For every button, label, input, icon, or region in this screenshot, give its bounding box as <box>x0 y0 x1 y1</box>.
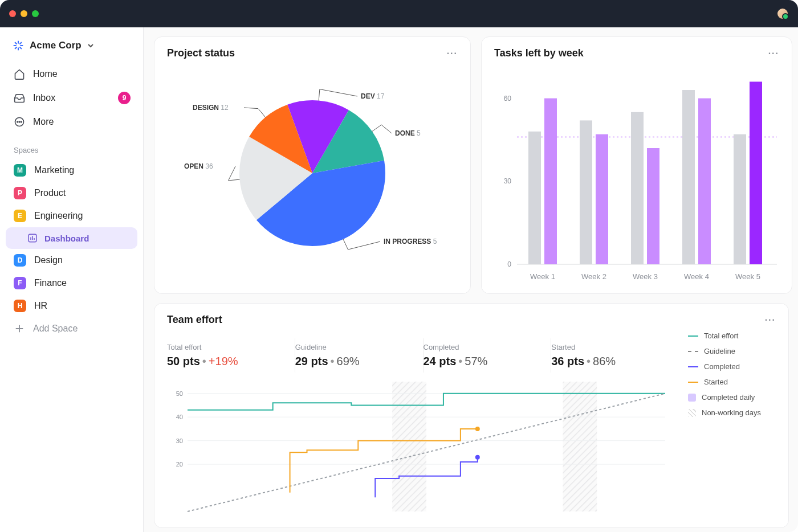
svg-text:60: 60 <box>504 95 512 103</box>
svg-point-42 <box>475 455 480 460</box>
legend-item: Guideline <box>688 347 776 355</box>
svg-rect-18 <box>580 120 592 264</box>
card-title: Team effort <box>167 314 222 326</box>
svg-rect-32 <box>392 382 426 511</box>
space-label: Product <box>34 188 66 198</box>
svg-rect-33 <box>563 382 597 511</box>
space-icon: P <box>14 187 26 199</box>
card-more-button[interactable]: ··· <box>765 315 776 325</box>
workspace-icon <box>13 40 24 51</box>
space-item-engineering[interactable]: EEngineering <box>6 204 137 227</box>
card-title: Project status <box>167 47 235 59</box>
dashboard-icon <box>27 233 38 243</box>
main-content: Project status ··· DEV 17DONE 5IN PROGRE… <box>144 27 798 532</box>
svg-point-43 <box>475 427 480 431</box>
space-icon: D <box>14 254 26 267</box>
spaces-heading: Spaces <box>6 133 137 159</box>
svg-text:IN PROGRESS 5: IN PROGRESS 5 <box>384 238 437 245</box>
traffic-lights <box>9 10 39 17</box>
kpi-label: Started <box>551 343 669 351</box>
team-effort-legend: Total effort Guideline Completed Started… <box>679 332 776 517</box>
card-title: Tasks left by week <box>494 47 584 59</box>
legend-item: Completed daily <box>688 393 776 402</box>
sidebar: Acme Corp Home Inbox 9 More Spaces <box>0 27 144 532</box>
home-icon <box>14 68 25 80</box>
svg-text:Week 2: Week 2 <box>581 272 606 281</box>
svg-text:DONE 5: DONE 5 <box>395 129 421 137</box>
kpi: Completed24 pts•57% <box>424 338 552 373</box>
minimize-window-button[interactable] <box>21 10 27 17</box>
nav-more[interactable]: More <box>6 111 137 133</box>
subentry-label: Dashboard <box>44 234 89 243</box>
svg-text:Week 4: Week 4 <box>684 272 709 281</box>
more-icon <box>14 116 25 128</box>
svg-rect-19 <box>596 134 608 264</box>
space-item-product[interactable]: PProduct <box>6 182 137 204</box>
svg-text:DEV 17: DEV 17 <box>361 92 385 100</box>
kpi: Guideline29 pts•69% <box>295 338 424 373</box>
svg-point-3 <box>21 121 22 122</box>
space-item-design[interactable]: DDesign <box>6 249 137 272</box>
space-icon: F <box>14 277 26 289</box>
add-space-button[interactable]: Add Space <box>6 317 137 340</box>
kpi: Started36 pts•86% <box>551 338 679 373</box>
svg-text:30: 30 <box>176 437 183 444</box>
svg-rect-28 <box>750 81 762 264</box>
svg-text:30: 30 <box>504 177 512 185</box>
inbox-badge: 9 <box>118 92 131 104</box>
svg-point-1 <box>17 121 18 122</box>
svg-text:20: 20 <box>176 461 183 468</box>
team-effort-chart: 20304050 <box>167 378 669 515</box>
kpi-label: Total effort <box>167 343 284 351</box>
kpi-value: 24 pts•57% <box>424 355 541 368</box>
kpi-value: 50 pts•+19% <box>167 355 284 368</box>
legend-item: Total effort <box>688 332 776 340</box>
svg-text:40: 40 <box>176 414 183 420</box>
svg-rect-15 <box>528 132 541 264</box>
kpi-label: Guideline <box>295 343 413 351</box>
svg-rect-21 <box>631 112 644 264</box>
space-label: Design <box>34 255 63 265</box>
svg-text:DESIGN 12: DESIGN 12 <box>193 104 229 112</box>
svg-rect-16 <box>544 99 557 264</box>
nav-label: Home <box>33 69 58 79</box>
space-label: Finance <box>34 278 67 288</box>
tasks-left-card: Tasks left by week ··· 03060Week 1Week 2… <box>481 36 792 294</box>
kpi-label: Completed <box>424 343 541 351</box>
space-icon: M <box>14 164 26 177</box>
card-more-button[interactable]: ··· <box>447 48 458 59</box>
legend-item: Started <box>688 378 776 386</box>
space-item-finance[interactable]: FFinance <box>6 272 137 294</box>
svg-text:Week 5: Week 5 <box>735 272 760 281</box>
close-window-button[interactable] <box>9 10 16 17</box>
maximize-window-button[interactable] <box>32 10 39 17</box>
space-label: HR <box>34 301 47 311</box>
space-icon: H <box>14 300 26 312</box>
svg-rect-27 <box>734 134 746 264</box>
svg-rect-25 <box>698 99 711 264</box>
space-subentry-dashboard[interactable]: Dashboard <box>6 227 137 249</box>
space-item-hr[interactable]: HHR <box>6 294 137 317</box>
nav-label: More <box>33 117 54 127</box>
nav-label: Inbox <box>33 93 55 103</box>
card-more-button[interactable]: ··· <box>768 48 779 59</box>
kpi: Total effort50 pts•+19% <box>167 338 295 373</box>
svg-text:Week 3: Week 3 <box>633 272 658 281</box>
legend-item: Completed <box>688 362 776 371</box>
space-icon: E <box>14 210 26 222</box>
svg-text:50: 50 <box>176 390 183 397</box>
space-label: Engineering <box>34 211 83 221</box>
svg-text:Week 1: Week 1 <box>530 272 555 281</box>
workspace-switcher[interactable]: Acme Corp <box>6 34 137 57</box>
nav-home[interactable]: Home <box>6 63 137 85</box>
nav-inbox[interactable]: Inbox 9 <box>6 87 137 109</box>
workspace-name: Acme Corp <box>30 40 82 51</box>
space-label: Marketing <box>34 165 74 175</box>
svg-text:OPEN 36: OPEN 36 <box>184 162 213 170</box>
user-avatar[interactable] <box>776 7 789 20</box>
space-item-marketing[interactable]: MMarketing <box>6 159 137 182</box>
add-space-label: Add Space <box>33 324 78 334</box>
kpi-value: 29 pts•69% <box>295 355 413 368</box>
project-status-pie: DEV 17DONE 5IN PROGRESS 5OPEN 36DESIGN 1… <box>167 73 458 267</box>
legend-item: Non-working days <box>688 408 776 417</box>
